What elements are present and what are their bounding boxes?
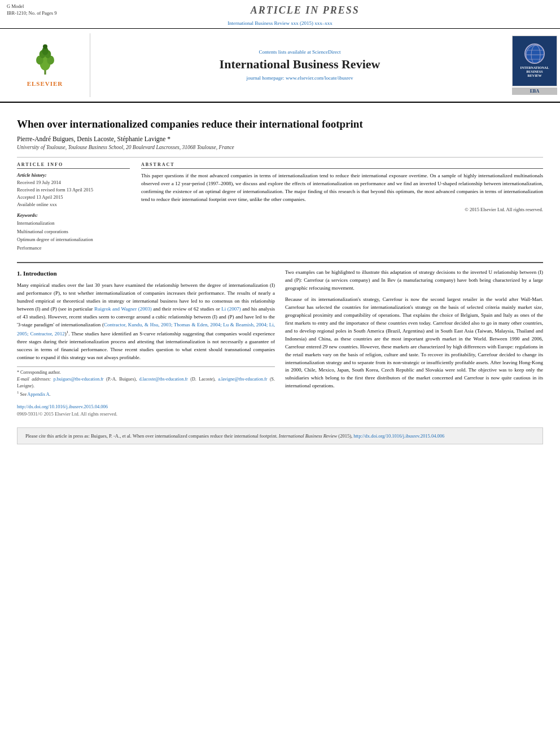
- journal-badge: INTERNATIONALBUSINESSREVIEW: [512, 36, 557, 86]
- info-abstract-section: ARTICLE INFO Article history: Received 1…: [17, 162, 543, 256]
- article-content: When over internationalized companies re…: [0, 103, 560, 451]
- badge-title-text: INTERNATIONALBUSINESSREVIEW: [520, 66, 549, 78]
- journal-reference: International Business Review xxx (2015)…: [0, 19, 560, 29]
- section-1-heading: 1. Introduction: [17, 269, 275, 278]
- svg-point-7: [43, 45, 47, 49]
- keyword-1: Internationalization: [17, 219, 130, 227]
- top-bar: G Model IBR-1210; No. of Pages 9 ARTICLE…: [0, 0, 560, 19]
- homepage-text: journal homepage:: [247, 75, 286, 81]
- ruigrok-wagner-link[interactable]: Ruigrok and Wagner (2003): [94, 306, 152, 312]
- sciencedirect-link[interactable]: ScienceDirect: [312, 49, 340, 55]
- divider-1: [17, 157, 543, 158]
- contractor-2012-link[interactable]: Contractor, 2012: [30, 331, 64, 337]
- article-history-group: Article history: Received 19 July 2014 R…: [17, 172, 130, 208]
- citation-doi-link[interactable]: http://dx.doi.org/10.1016/j.ibusrev.2015…: [353, 433, 444, 439]
- keyword-4: Performance: [17, 244, 130, 252]
- ibr-number: IBR-1210; No. of Pages 9: [7, 10, 57, 17]
- contents-text: Contents lists available at: [259, 49, 312, 55]
- article-affiliation: University of Toulouse, Toulouse Busines…: [17, 145, 543, 150]
- contractor-2003-link[interactable]: Contractor, Kundu, & Hsu, 2003;: [104, 322, 173, 327]
- keyword-2: Multinational corporations: [17, 228, 130, 235]
- badge-abbr: EBA: [512, 88, 557, 95]
- citation-journal: International Business Review: [279, 433, 337, 439]
- email-lacoste[interactable]: d.lacoste@tbs-education.fr: [139, 377, 188, 382]
- body-section: 1. Introduction Many empirical studies o…: [17, 269, 543, 418]
- model-info: G Model IBR-1210; No. of Pages 9: [7, 3, 57, 17]
- journal-homepage: journal homepage: www.elsevier.com/locat…: [247, 75, 353, 81]
- keywords-label: Keywords:: [17, 212, 130, 218]
- rights-text: 0969-5931/© 2015 Elsevier Ltd. All right…: [17, 410, 275, 418]
- journal-header-center: Contents lists available at ScienceDirec…: [90, 33, 509, 97]
- footnote-section: * Corresponding author. E-mail addresses…: [17, 366, 275, 398]
- footnote-emails: E-mail addresses: p.buigues@tbs-educatio…: [17, 376, 275, 390]
- elsevier-logo-area: ELSEVIER: [0, 33, 90, 97]
- divider-thick: [17, 262, 543, 263]
- lu-beamish-link[interactable]: Lu & Beamish, 2004;: [223, 322, 268, 327]
- article-info-label: ARTICLE INFO: [17, 162, 130, 169]
- email-buigues[interactable]: p.buigues@tbs-education.fr: [54, 377, 104, 382]
- accepted-date: Accepted 13 April 2015: [17, 194, 130, 201]
- elsevier-brand-text: ELSEVIER: [27, 80, 63, 87]
- revised-date: Received in revised form 13 April 2015: [17, 186, 130, 194]
- page: G Model IBR-1210; No. of Pages 9 ARTICLE…: [0, 0, 560, 747]
- abstract-label: ABSTRACT: [141, 162, 543, 169]
- svg-point-8: [526, 45, 545, 64]
- homepage-link[interactable]: www.elsevier.com/locate/ibusrev: [286, 75, 353, 81]
- li-2007-link[interactable]: Li (2007): [221, 306, 241, 312]
- doi-link[interactable]: http://dx.doi.org/10.1016/j.ibusrev.2015…: [17, 404, 108, 409]
- journal-title: International Business Review: [220, 57, 380, 72]
- intro-para-1: Many empirical studies over the last 30 …: [17, 282, 275, 361]
- article-authors: Pierre-André Buigues, Denis Lacoste, Sté…: [17, 136, 543, 142]
- keywords-group: Keywords: Internationalization Multinati…: [17, 212, 130, 252]
- abstract-column: ABSTRACT This paper questions if the mos…: [141, 162, 543, 256]
- footnote-1: 1 See Appendix A.: [17, 390, 275, 398]
- header-section: ELSEVIER Contents lists available at Sci…: [0, 29, 560, 103]
- g-model: G Model: [7, 3, 57, 10]
- received-date: Received 19 July 2014: [17, 179, 130, 186]
- citation-box: Please cite this article in press as: Bu…: [17, 427, 543, 445]
- thomas-eden-link[interactable]: Thomas & Eden, 2004;: [174, 322, 222, 327]
- history-label: Article history:: [17, 172, 130, 178]
- copyright-text: © 2015 Elsevier Ltd. All rights reserved…: [141, 206, 543, 213]
- abstract-paragraph: This paper questions if the most advance…: [141, 172, 543, 204]
- elsevier-tree-icon: [31, 43, 59, 77]
- intro-para-3: Because of its internationalization's st…: [285, 296, 543, 390]
- citation-text: Please cite this article in press as: Bu…: [25, 433, 444, 439]
- intro-para-2: Two examples can be highlighted to illus…: [285, 269, 543, 292]
- article-in-press-banner: ARTICLE IN PRESS: [251, 3, 360, 16]
- globe-icon: [524, 43, 545, 64]
- available-date: Available online xxx: [17, 201, 130, 208]
- keywords-list: Internationalization Multinational corpo…: [17, 219, 130, 252]
- authors-text: Pierre-André Buigues, Denis Lacoste, Sté…: [17, 136, 170, 142]
- body-col-left: 1. Introduction Many empirical studies o…: [17, 269, 275, 418]
- keyword-3: Optimum degree of internationalization: [17, 235, 130, 243]
- article-info-column: ARTICLE INFO Article history: Received 1…: [17, 162, 130, 256]
- doi-bar: http://dx.doi.org/10.1016/j.ibusrev.2015…: [17, 403, 275, 418]
- abstract-text: This paper questions if the most advance…: [141, 172, 543, 213]
- body-col-right: Two examples can be highlighted to illus…: [285, 269, 543, 418]
- email-lavigne[interactable]: a.lavigne@tbs-education.fr: [218, 377, 267, 382]
- article-title: When over internationalized companies re…: [17, 117, 543, 132]
- contents-availability: Contents lists available at ScienceDirec…: [259, 49, 341, 55]
- footnote-corresponding: * Corresponding author.: [17, 369, 275, 376]
- journal-badge-area: INTERNATIONALBUSINESSREVIEW EBA: [509, 33, 560, 97]
- appendix-a-link[interactable]: Appendix A: [28, 391, 50, 396]
